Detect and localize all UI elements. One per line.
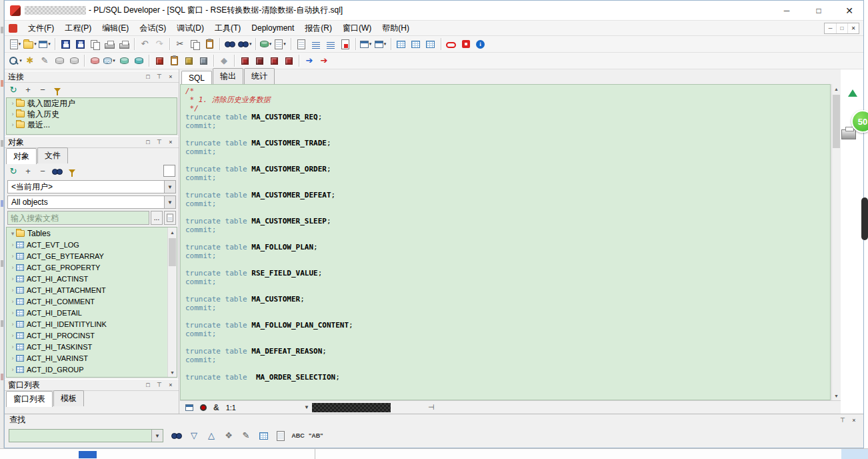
close-icon[interactable]: × <box>849 416 859 424</box>
user-filter-combo[interactable]: <当前用户> ▼ <box>7 180 176 193</box>
printer-icon[interactable] <box>841 129 856 139</box>
refresh-objects-icon[interactable]: ↻ <box>6 164 21 179</box>
objects-tree-scrollbar[interactable]: ▲ ▼ <box>167 227 177 377</box>
table-item[interactable]: ›ACT_HI_TASKINST <box>7 341 177 352</box>
drop-target-button[interactable] <box>163 165 175 177</box>
menu-item-9[interactable]: 窗口(W) <box>337 21 377 36</box>
refresh-session-icon[interactable] <box>52 53 67 68</box>
start-debugger-icon[interactable] <box>237 53 252 68</box>
connection-item[interactable]: ›载入固定用户 <box>7 98 177 109</box>
collapse-all-icon[interactable]: − <box>35 164 50 179</box>
describe-icon[interactable] <box>294 37 309 51</box>
title-bar[interactable]: - PL/SQL Developer - [SQL 窗口 - RSE转换数据-清… <box>5 1 863 21</box>
table-item[interactable]: ›ACT_HI_IDENTITYLINK <box>7 318 177 330</box>
browse-icon[interactable]: ▾ <box>8 53 23 68</box>
search-in-document-icon[interactable] <box>273 428 288 443</box>
open-file-icon[interactable]: ▾ <box>23 37 37 51</box>
copy-icon[interactable] <box>187 37 202 51</box>
object-filter-combo[interactable]: All objects ▼ <box>7 195 176 209</box>
chevron-down-icon[interactable]: ▼ <box>164 196 175 208</box>
save-icon[interactable] <box>58 37 73 51</box>
pin-icon[interactable]: ⊤ <box>155 73 164 81</box>
mdi-restore-button[interactable]: □ <box>836 23 847 33</box>
editor-tab-3[interactable]: 统计 <box>244 68 275 84</box>
filter-objects-icon[interactable] <box>65 164 79 179</box>
window-list-tab-1[interactable]: 窗口列表 <box>6 391 53 407</box>
pin-icon[interactable]: ⊤ <box>155 381 164 390</box>
table-item[interactable]: ›ACT_HI_ATTACHMENT <box>7 284 177 296</box>
window-list-tab-2[interactable]: 模板 <box>53 390 84 406</box>
menu-item-1[interactable]: 文件(F) <box>23 21 59 36</box>
scroll-up-icon[interactable]: ▲ <box>168 227 177 237</box>
find-icon[interactable] <box>223 37 237 51</box>
editor-tab-2[interactable]: 输出 <box>213 68 243 84</box>
sql-window-icon[interactable]: SQL▾ <box>102 53 117 68</box>
table-item[interactable]: ›ACT_ID_GROUP <box>7 364 177 375</box>
macro-record-icon[interactable] <box>200 404 207 411</box>
syntax-check-icon[interactable] <box>167 53 181 68</box>
menu-item-2[interactable]: 工程(P) <box>59 21 97 36</box>
undock-icon[interactable]: □ <box>143 138 153 147</box>
new-sql-window-icon[interactable]: ▾ <box>259 37 273 51</box>
save-as-icon[interactable] <box>73 37 87 51</box>
menu-item-7[interactable]: Deployment <box>246 21 299 35</box>
command-window-icon[interactable] <box>131 53 146 68</box>
table-item[interactable]: ›ACT_HI_PROCINST <box>7 330 177 341</box>
oracle-home-icon[interactable] <box>444 37 459 51</box>
table-item[interactable]: ›ACT_GE_BYTEARRAY <box>7 250 177 262</box>
tools-icon[interactable] <box>196 53 211 68</box>
remove-connection-icon[interactable]: − <box>35 83 50 97</box>
chevron-down-icon[interactable]: ▼ <box>151 430 163 442</box>
filter-connections-icon[interactable] <box>50 83 65 97</box>
about-icon[interactable] <box>473 37 488 51</box>
step-over-icon[interactable] <box>267 53 281 68</box>
edit-search-icon[interactable]: ✎ <box>239 428 253 443</box>
undock-icon[interactable]: □ <box>143 73 153 81</box>
chevron-down-icon[interactable]: ▼ <box>304 404 309 410</box>
scroll-down-icon[interactable]: ▼ <box>168 368 177 377</box>
undo-icon[interactable]: ↶ <box>137 37 152 51</box>
close-icon[interactable]: × <box>166 381 175 390</box>
close-button[interactable]: ✕ <box>839 1 859 21</box>
pin-icon[interactable]: ⊤ <box>155 138 164 147</box>
whole-words-icon[interactable]: ABC <box>291 428 305 443</box>
search-down-icon[interactable]: ▽ <box>187 428 201 443</box>
menu-item-5[interactable]: 调试(D) <box>171 21 209 36</box>
minimize-button[interactable]: ─ <box>777 1 797 21</box>
save-all-icon[interactable] <box>87 37 102 51</box>
table-definition-icon[interactable] <box>394 37 409 51</box>
scroll-up-icon[interactable]: ▲ <box>832 84 841 93</box>
redo-icon[interactable]: ↷ <box>152 37 167 51</box>
menu-item-10[interactable]: 帮助(H) <box>377 21 415 36</box>
new-report-window-icon[interactable]: ▾ <box>273 37 288 51</box>
logoff-icon[interactable] <box>67 53 81 68</box>
menu-item-3[interactable]: 编辑(E) <box>97 21 134 36</box>
breakpoint-icon[interactable]: ◆ <box>217 53 231 68</box>
taskbar-item[interactable] <box>79 451 97 458</box>
step-into-icon[interactable] <box>252 53 267 68</box>
close-icon[interactable]: × <box>166 73 175 81</box>
print-preview-icon[interactable] <box>117 37 131 51</box>
mark-all-icon[interactable]: ❖ <box>221 428 236 443</box>
indent-icon[interactable] <box>309 37 323 51</box>
break-icon[interactable] <box>459 37 473 51</box>
mdi-minimize-button[interactable]: ─ <box>825 23 836 33</box>
find-combo[interactable]: ▼ <box>9 429 163 442</box>
paste-icon[interactable] <box>202 37 217 51</box>
execute-icon[interactable]: ➔ <box>302 53 317 68</box>
unindent-icon[interactable] <box>323 37 338 51</box>
split-window-icon[interactable]: ▾ <box>373 37 388 51</box>
table-data-icon[interactable] <box>409 37 423 51</box>
menu-item-4[interactable]: 会话(S) <box>134 21 171 36</box>
tree-node-tables[interactable]: ▾Tables <box>7 227 177 239</box>
find-object-icon[interactable] <box>50 164 65 179</box>
floating-slider[interactable] <box>861 197 868 240</box>
compile-icon[interactable] <box>152 53 167 68</box>
commit-icon[interactable] <box>87 53 102 68</box>
find-replace-icon[interactable]: ▾ <box>237 37 253 51</box>
object-search-input[interactable] <box>7 211 149 225</box>
match-case-icon[interactable]: "AB" <box>308 428 324 443</box>
find-next-icon[interactable] <box>169 428 184 443</box>
window-list-icon[interactable]: ▾ <box>359 37 373 51</box>
table-item[interactable]: ›ACT_HI_VARINST <box>7 352 177 364</box>
